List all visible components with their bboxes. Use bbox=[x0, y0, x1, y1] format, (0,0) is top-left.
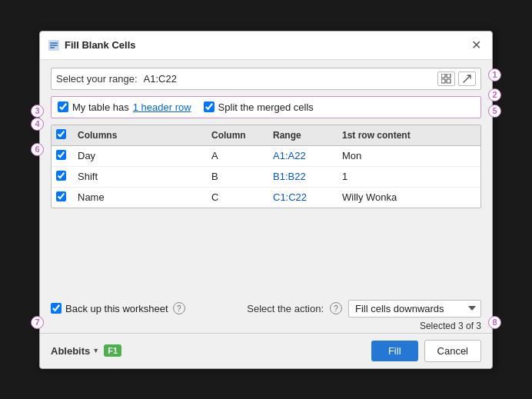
svg-rect-5 bbox=[447, 74, 451, 78]
annotation-4: 4 bbox=[31, 118, 44, 131]
header-row-checkbox[interactable] bbox=[58, 101, 68, 112]
options-row: 3 4 My table has 1 header row Split the … bbox=[51, 96, 481, 118]
svg-rect-3 bbox=[50, 47, 55, 48]
brand-label: Ablebits bbox=[51, 345, 90, 357]
footer-right: Select the action: ? Fill cells downward… bbox=[247, 300, 481, 318]
dialog-title: Fill Blank Cells bbox=[65, 39, 135, 51]
row-first-row-1: Mon bbox=[342, 150, 476, 161]
bottom-left: Ablebits ▼ F1 bbox=[51, 344, 121, 357]
title-bar: Fill Blank Cells ✕ bbox=[40, 32, 492, 60]
svg-rect-4 bbox=[441, 74, 445, 78]
bottom-bar: Ablebits ▼ F1 Fill Cancel bbox=[40, 333, 492, 368]
svg-rect-7 bbox=[447, 79, 451, 83]
table-row: Name C C1:C22 Willy Wonka bbox=[52, 188, 480, 208]
backup-label: Back up this worksheet bbox=[65, 303, 168, 314]
action-select[interactable]: Fill cells downwards Fill cells upwards … bbox=[348, 300, 481, 318]
bottom-buttons: Fill Cancel bbox=[371, 340, 481, 362]
backup-info-icon[interactable]: ? bbox=[173, 302, 185, 314]
header-row-text: My table has bbox=[72, 101, 129, 113]
annotation-1: 1 bbox=[488, 68, 501, 81]
close-button[interactable]: ✕ bbox=[468, 38, 484, 53]
range-label: Select your range: bbox=[56, 73, 138, 85]
range-row: Select your range: bbox=[51, 68, 481, 90]
annotation-2: 2 bbox=[488, 88, 501, 101]
title-bar-left: Fill Blank Cells bbox=[48, 39, 135, 52]
row-name-1: Day bbox=[78, 150, 211, 161]
action-info-icon[interactable]: ? bbox=[330, 302, 342, 314]
footer-left: Back up this worksheet ? bbox=[51, 302, 185, 314]
table-header-row: Columns Column Range 1st row content bbox=[52, 125, 480, 146]
row-first-row-3: Willy Wonka bbox=[342, 191, 476, 203]
f1-badge[interactable]: F1 bbox=[104, 344, 121, 357]
dialog-icon bbox=[48, 39, 60, 52]
th-columns: Columns bbox=[78, 130, 211, 141]
range-expand-button[interactable] bbox=[458, 71, 476, 86]
fill-blank-cells-dialog: Fill Blank Cells ✕ Select your range: bbox=[39, 31, 493, 369]
dialog-content: Select your range: 1 bbox=[40, 60, 492, 294]
row-checkbox-2[interactable] bbox=[56, 171, 78, 183]
row-name-3: Name bbox=[78, 191, 211, 203]
chevron-down-icon: ▼ bbox=[92, 347, 99, 354]
selected-count: Selected 3 of 3 bbox=[40, 321, 492, 333]
range-select-button[interactable] bbox=[437, 71, 455, 86]
svg-rect-6 bbox=[441, 79, 445, 83]
ablebits-brand[interactable]: Ablebits ▼ bbox=[51, 345, 99, 357]
expand-icon bbox=[462, 74, 472, 84]
table-row: Shift B B1:B22 1 bbox=[52, 167, 480, 188]
cancel-button[interactable]: Cancel bbox=[424, 340, 481, 362]
row-first-row-2: 1 bbox=[342, 171, 476, 182]
range-input[interactable] bbox=[144, 73, 431, 85]
annotation-7: 7 bbox=[31, 316, 44, 329]
row-range-2: B1:B22 bbox=[273, 171, 342, 182]
annotation-3: 3 bbox=[31, 105, 44, 118]
select-all-checkbox[interactable] bbox=[56, 129, 66, 139]
th-range: Range bbox=[273, 130, 342, 141]
range-icon-group bbox=[437, 71, 476, 86]
footer-options: 7 Back up this worksheet ? Select the ac… bbox=[40, 294, 492, 321]
columns-table: 6 Columns Column Range 1st row content D… bbox=[51, 125, 481, 208]
th-column: Column bbox=[211, 130, 273, 141]
backup-checkbox[interactable] bbox=[51, 303, 62, 314]
row-column-1: A bbox=[211, 150, 273, 161]
split-merged-text: Split the merged cells bbox=[218, 101, 314, 113]
table-row: Day A A1:A22 Mon bbox=[52, 146, 480, 167]
row-name-2: Shift bbox=[78, 171, 211, 182]
row-column-2: B bbox=[211, 171, 273, 182]
row-checkbox-3[interactable] bbox=[56, 191, 78, 204]
row-range-1: A1:A22 bbox=[273, 150, 342, 161]
th-checkbox-col bbox=[56, 129, 78, 141]
fill-button[interactable]: Fill bbox=[371, 341, 418, 361]
header-row-option[interactable]: My table has 1 header row bbox=[58, 101, 191, 113]
svg-rect-1 bbox=[50, 42, 58, 44]
svg-rect-2 bbox=[50, 45, 58, 46]
annotation-5: 5 bbox=[488, 105, 501, 118]
header-row-link[interactable]: 1 header row bbox=[133, 101, 191, 113]
grid-icon bbox=[441, 74, 451, 84]
row-checkbox-1[interactable] bbox=[56, 150, 78, 162]
th-first-row: 1st row content bbox=[342, 130, 476, 141]
split-merged-checkbox[interactable] bbox=[204, 101, 214, 112]
split-merged-option[interactable]: Split the merged cells bbox=[204, 101, 314, 113]
backup-option[interactable]: Back up this worksheet bbox=[51, 303, 168, 314]
row-column-3: C bbox=[211, 191, 273, 203]
row-range-3: C1:C22 bbox=[273, 191, 342, 203]
action-label: Select the action: bbox=[247, 303, 324, 314]
annotation-8: 8 bbox=[488, 316, 501, 329]
